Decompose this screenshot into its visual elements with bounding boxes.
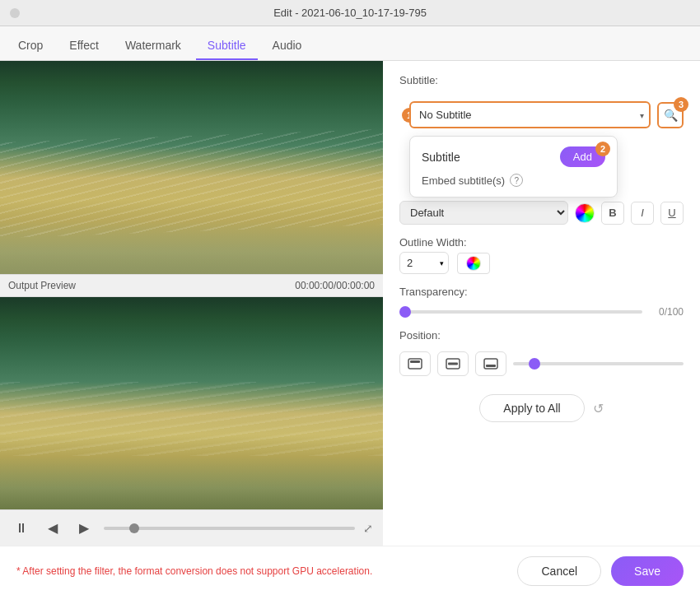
save-button[interactable]: Save [611,556,684,586]
svg-rect-3 [448,363,458,365]
transparency-slider-row: 0/100 [399,306,684,318]
play-button[interactable]: ▶ [72,517,96,540]
outline-width-select[interactable]: 2 1 3 [399,252,449,274]
settings-panel: Subtitle: 1 No Subtitle ▾ Subtitle 2 Add [383,61,700,546]
tab-audio[interactable]: Audio [261,32,314,60]
title-bar: Edit - 2021-06-10_10-17-19-795 [0,0,700,26]
position-top-icon [408,358,422,370]
prev-button[interactable]: ◀ [41,517,64,540]
svg-rect-5 [486,365,496,367]
outline-color-box[interactable] [457,253,490,274]
text-color-picker[interactable] [575,203,595,223]
close-light [10,8,20,18]
position-center-button[interactable] [437,351,469,376]
outline-row: 2 1 3 ▾ [399,252,684,274]
timestamp: 00:00:00/00:00:00 [295,280,375,291]
badge-2: 2 [595,142,610,156]
italic-button[interactable]: I [631,202,654,225]
progress-bar[interactable] [104,527,355,530]
position-bottom-icon [483,358,498,370]
bottom-bar: * After setting the filter, the format c… [0,546,700,595]
output-preview-label: Output Preview [8,280,76,291]
refresh-icon[interactable]: ↺ [593,401,604,416]
badge-3: 3 [674,97,688,112]
cancel-button[interactable]: Cancel [517,556,601,586]
outline-select-wrapper: 2 1 3 ▾ [399,252,449,274]
video-preview-bottom [0,297,383,510]
position-bottom-button[interactable] [475,351,506,376]
transparency-label: Transparency: [399,286,684,298]
tab-crop[interactable]: Crop [7,32,54,60]
dropdown-subtitle-row: Subtitle 2 Add [422,146,605,167]
tab-effect[interactable]: Effect [58,32,110,60]
apply-to-all-button[interactable]: Apply to All [479,394,584,422]
warning-text: * After setting the filter, the format c… [16,565,372,577]
tab-subtitle[interactable]: Subtitle [196,32,258,60]
position-row [399,351,684,376]
output-bar: Output Preview 00:00:00/00:00:00 [0,274,383,297]
transparency-section: Transparency: 0/100 [399,286,684,318]
subtitle-select[interactable]: No Subtitle [409,101,651,128]
traffic-lights [10,8,20,18]
wave-overlay-bottom [0,382,383,456]
outline-color-picker[interactable] [466,256,481,271]
position-center-icon [446,358,460,370]
pause-button[interactable]: ⏸ [10,517,33,540]
transparency-slider[interactable] [399,310,642,314]
underline-button[interactable]: U [660,202,684,225]
expand-button[interactable]: ⤢ [363,522,373,535]
subtitle-section-label: Subtitle: [399,74,684,86]
dropdown-subtitle-label: Subtitle [422,151,460,164]
position-top-button[interactable] [399,351,431,376]
window-title: Edit - 2021-06-10_10-17-19-795 [273,7,427,19]
controls-bar: ⏸ ◀ ▶ ⤢ [0,509,383,546]
tab-bar: Crop Effect Watermark Subtitle Audio [0,26,700,61]
position-label: Position: [399,329,684,342]
svg-rect-1 [410,360,420,363]
embed-row: Embed subtitle(s) ? [422,174,605,187]
transparency-value: 0/100 [651,306,684,318]
font-select[interactable]: Default [399,201,568,225]
video-preview-top [0,61,383,274]
outline-label: Outline Width: [399,236,684,249]
bottom-buttons: Cancel Save [517,556,684,586]
progress-thumb [129,523,139,533]
video-panel: Output Preview 00:00:00/00:00:00 ⏸ ◀ ▶ ⤢ [0,61,383,546]
embed-label: Embed subtitle(s) [422,174,505,187]
subtitle-select-wrapper: No Subtitle ▾ Subtitle 2 Add Embed subti… [409,101,651,128]
font-style-row: Default B I U [399,201,684,225]
svg-rect-4 [484,359,497,369]
main-content: Output Preview 00:00:00/00:00:00 ⏸ ◀ ▶ ⤢… [0,61,700,546]
svg-rect-0 [408,359,422,369]
help-icon[interactable]: ? [510,174,523,187]
apply-row: Apply to All ↺ [399,394,684,422]
position-slider[interactable] [513,362,684,365]
outline-section: Outline Width: 2 1 3 ▾ [399,236,684,274]
search-icon: 🔍 [664,109,678,122]
bold-button[interactable]: B [601,202,624,225]
subtitle-dropdown: Subtitle 2 Add Embed subtitle(s) ? [409,136,618,198]
tab-watermark[interactable]: Watermark [114,32,193,60]
wave-overlay-top [0,128,383,239]
position-section: Position: [399,329,684,376]
subtitle-row: 1 No Subtitle ▾ Subtitle 2 Add [409,101,684,128]
